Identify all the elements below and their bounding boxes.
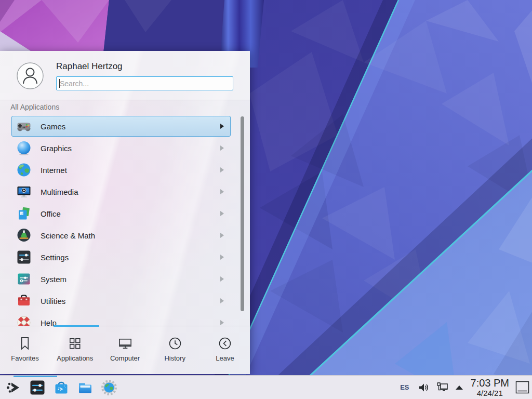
category-label: Office [41,209,61,218]
category-games[interactable]: Games [0,115,250,137]
footer-divider [0,326,250,326]
category-internet[interactable]: Internet [0,159,250,181]
dolphin-file-manager-icon[interactable] [77,379,94,396]
category-science-math[interactable]: Science & Math [0,224,250,246]
category-office[interactable]: Office [0,203,250,224]
category-utilities[interactable]: Utilities [0,290,250,312]
category-label: Internet [41,166,67,175]
category-system[interactable]: System [0,268,250,290]
history-clock-icon [167,336,183,351]
system-settings-icon[interactable] [29,379,46,396]
category-settings[interactable]: Settings [0,246,250,268]
submenu-arrow-icon [220,276,224,282]
category-label: System [41,275,66,284]
tab-label: Favorites [11,354,38,362]
search-input[interactable] [56,76,233,90]
submenu-arrow-icon [220,233,224,238]
gamepad-icon [16,118,32,135]
application-launcher-menu: Raphael Hertzog All Applications [0,51,250,374]
keyboard-layout-indicator[interactable]: ES [400,383,409,391]
settings-sliders-icon [16,249,32,265]
volume-icon[interactable] [418,381,430,394]
tab-label: Leave [216,354,234,362]
submenu-arrow-icon [220,255,224,260]
active-tab-indicator [54,325,99,327]
launcher-tab-bar: Favorites Applications Compu [0,327,250,374]
user-name: Raphael Hertzog [56,61,123,72]
category-label: Help [41,318,57,326]
tab-favorites[interactable]: Favorites [0,327,50,374]
category-label: Games [41,122,65,131]
tab-label: Applications [57,354,93,362]
system-tray: ES 7:03 PM 4/24/21 [400,378,532,397]
multimedia-monitor-icon [16,183,32,200]
bookmark-icon [17,336,33,351]
discover-icon[interactable] [53,379,70,396]
clock-date: 4/24/21 [477,389,503,397]
clock-time: 7:03 PM [471,378,509,388]
submenu-arrow-icon [220,298,224,303]
taskbar-panel: ES 7:03 PM 4/24/21 [0,375,532,399]
desktop[interactable]: Raphael Hertzog All Applications [0,0,532,399]
category-help[interactable]: Help [0,312,250,326]
category-multimedia[interactable]: Multimedia [0,181,250,203]
submenu-arrow-icon [220,211,224,216]
tab-applications[interactable]: Applications [50,327,100,374]
help-lifebuoy-icon [16,314,32,326]
digital-clock[interactable]: 7:03 PM 4/24/21 [471,378,509,397]
utilities-toolbox-icon [16,292,32,309]
launcher-header: Raphael Hertzog [0,51,250,100]
category-label: Utilities [41,297,65,305]
tab-label: History [164,354,185,362]
kde-application-launcher-icon[interactable] [5,379,22,396]
submenu-arrow-icon [220,320,224,325]
submenu-arrow-icon [220,167,224,172]
show-desktop-icon[interactable] [515,381,529,394]
user-avatar[interactable] [17,62,44,89]
submenu-arrow-icon [220,145,224,151]
scrollbar-thumb[interactable] [241,116,244,311]
graphics-sphere-icon [16,140,32,156]
system-sliders-icon [16,271,32,287]
category-label: Science & Math [41,231,95,240]
category-list: Games Graphics [0,115,250,326]
submenu-arrow-icon [220,124,224,129]
leave-icon [217,336,233,351]
web-browser-icon[interactable] [101,379,117,396]
active-task-indicator [14,376,57,377]
text-cursor [59,79,60,88]
category-graphics[interactable]: Graphics [0,137,250,159]
computer-icon [117,336,133,351]
expand-tray-caret-icon[interactable] [455,385,463,390]
category-label: Graphics [41,144,72,153]
tab-label: Computer [110,354,140,362]
tab-history[interactable]: History [150,327,200,374]
science-flask-icon [16,227,32,244]
category-label: Multimedia [41,188,78,196]
internet-globe-icon [16,162,32,178]
tab-leave[interactable]: Leave [200,327,250,374]
header-divider [0,100,250,100]
section-label: All Applications [10,103,59,111]
app-grid-icon [67,336,83,351]
office-documents-icon [16,205,32,222]
tab-computer[interactable]: Computer [100,327,150,374]
network-icon[interactable] [436,381,449,394]
category-label: Settings [41,253,69,262]
submenu-arrow-icon [220,189,224,194]
